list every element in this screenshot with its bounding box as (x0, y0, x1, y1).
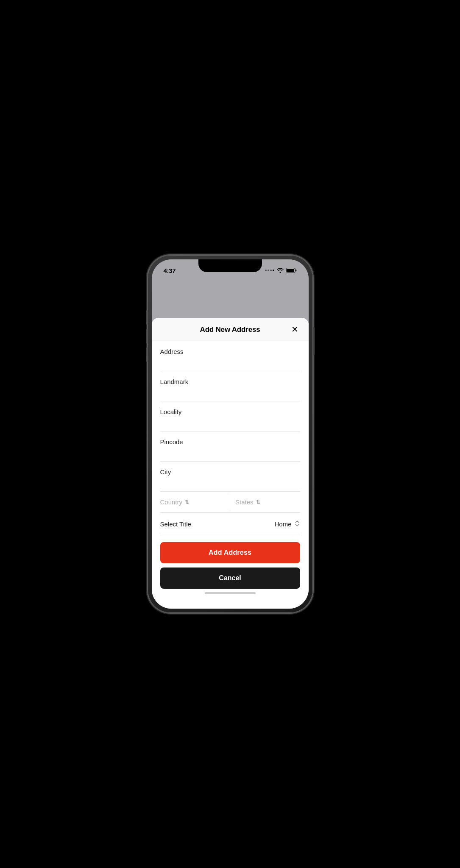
select-title-label: Select Title (160, 520, 191, 528)
locality-field: Locality (160, 401, 300, 431)
address-input[interactable] (160, 358, 300, 367)
country-chevron-icon: ⇅ (185, 499, 189, 505)
country-states-row: Country ⇅ States ⇅ (160, 492, 300, 513)
address-label: Address (160, 348, 300, 355)
home-indicator (152, 589, 309, 594)
select-title-value: Home (274, 520, 291, 528)
modal-header: Add New Address ✕ (152, 318, 309, 341)
states-label: States (235, 498, 254, 506)
landmark-input[interactable] (160, 388, 300, 397)
landmark-label: Landmark (160, 378, 300, 385)
landmark-field: Landmark (160, 371, 300, 401)
phone-frame: 4:37 (148, 255, 313, 613)
city-field: City (160, 462, 300, 492)
city-input[interactable] (160, 478, 300, 487)
city-label: City (160, 468, 300, 476)
close-button[interactable]: ✕ (290, 323, 300, 335)
status-icons (265, 268, 297, 273)
locality-input[interactable] (160, 418, 300, 427)
home-bar (205, 592, 256, 594)
wifi-icon (277, 268, 284, 273)
select-title-row[interactable]: Select Title Home (160, 513, 300, 535)
modal-sheet: Add New Address ✕ Address Landmark (152, 318, 309, 609)
notch (198, 259, 262, 272)
country-selector[interactable]: Country ⇅ (160, 493, 231, 511)
country-label: Country (160, 498, 183, 506)
status-time: 4:37 (164, 267, 176, 274)
locality-label: Locality (160, 408, 300, 415)
select-title-chevron-icon (294, 520, 300, 528)
phone-screen: 4:37 (152, 259, 309, 609)
pincode-input[interactable] (160, 448, 300, 457)
states-chevron-icon: ⇅ (256, 499, 260, 505)
modal-overlay: Add New Address ✕ Address Landmark (152, 259, 309, 609)
modal-title: Add New Address (200, 326, 260, 334)
pincode-label: Pincode (160, 438, 300, 445)
svg-rect-1 (287, 269, 294, 272)
address-field: Address (160, 341, 300, 371)
add-address-button[interactable]: Add Address (160, 542, 300, 563)
form-content: Address Landmark Locality (152, 341, 309, 535)
pincode-field: Pincode (160, 431, 300, 462)
select-title-value-container: Home (274, 520, 300, 528)
cancel-button[interactable]: Cancel (160, 568, 300, 589)
states-selector[interactable]: States ⇅ (230, 493, 300, 511)
battery-icon (286, 268, 297, 273)
signal-icon (265, 270, 274, 271)
